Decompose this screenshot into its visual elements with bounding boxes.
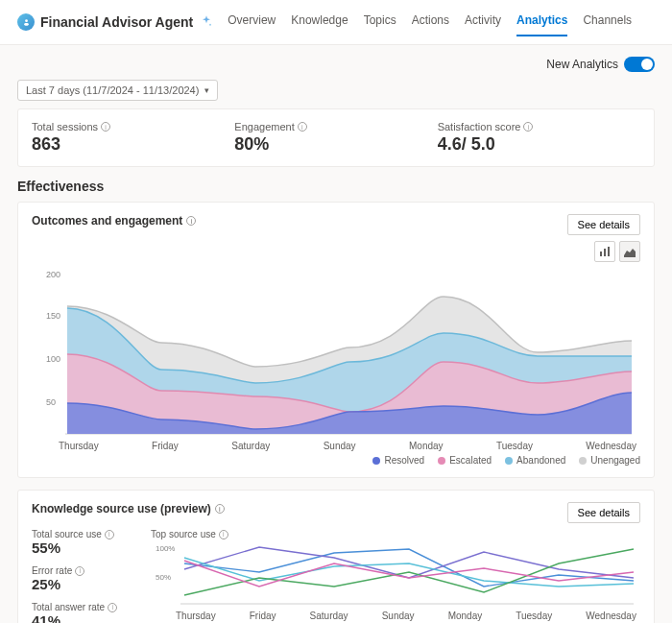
bot-avatar-icon [17,13,35,31]
tab-activity[interactable]: Activity [465,8,501,36]
info-icon[interactable]: i [108,603,117,612]
page-body: New Analytics Last 7 days (11/7/2024 - 1… [0,45,672,623]
kpi-satisfaction: Satisfaction scorei 4.6/ 5.0 [438,121,640,155]
outcomes-legend: Resolved Escalated Abandoned Unengaged [32,455,640,466]
ks-stats: Total source usei 55% Error ratei 25% To… [32,529,137,623]
tab-overview[interactable]: Overview [228,8,276,36]
toggle-label: New Analytics [546,58,618,71]
svg-point-2 [209,24,211,26]
tab-channels[interactable]: Channels [583,8,632,36]
svg-text:150: 150 [46,311,60,321]
svg-text:100: 100 [46,354,60,364]
kpi-engagement: Engagementi 80% [234,121,437,155]
knowledge-source-card: Knowledge source use (preview)i See deta… [17,490,655,623]
info-icon[interactable]: i [219,530,228,539]
tab-topics[interactable]: Topics [364,8,396,36]
svg-text:50: 50 [46,397,56,407]
tab-analytics[interactable]: Analytics [516,8,567,36]
effectiveness-heading: Effectiveness [17,179,655,194]
agent-title: Financial Advisor Agent [40,14,193,30]
date-range-text: Last 7 days (11/7/2024 - 11/13/2024) [26,84,199,96]
info-icon[interactable]: i [105,530,114,539]
new-analytics-toggle-row: New Analytics [17,57,655,72]
info-icon[interactable]: i [101,122,110,132]
svg-text:200: 200 [46,270,60,279]
chevron-down-icon: ▾ [204,85,209,95]
bar-view-button[interactable] [594,241,615,262]
kpi-sessions: Total sessionsi 863 [32,121,234,155]
app-header: Financial Advisor Agent Overview Knowled… [0,0,672,45]
outcomes-card: Outcomes and engagementi See details 200… [17,202,655,478]
info-icon[interactable]: i [75,566,84,576]
ks-chart: Top source usei 100% 50% ThursdayFridayS… [151,529,640,623]
info-icon[interactable]: i [186,216,196,226]
svg-rect-3 [600,252,602,256]
svg-rect-5 [608,247,610,256]
svg-text:50%: 50% [156,573,171,582]
new-analytics-toggle[interactable] [624,57,655,72]
date-range-picker[interactable]: Last 7 days (11/7/2024 - 11/13/2024) ▾ [17,80,218,101]
area-view-button[interactable] [619,241,640,262]
svg-text:100%: 100% [156,544,175,553]
svg-rect-4 [604,249,606,256]
see-details-button[interactable]: See details [567,214,640,235]
info-icon[interactable]: i [215,504,225,514]
tab-actions[interactable]: Actions [412,8,449,36]
nav-tabs: Overview Knowledge Topics Actions Activi… [228,8,632,36]
see-details-button[interactable]: See details [567,502,640,523]
info-icon[interactable]: i [298,122,307,132]
outcomes-chart: 200 150 100 50 Thur [32,266,640,466]
info-icon[interactable]: i [523,122,533,132]
kpi-card: Total sessionsi 863 Engagementi 80% Sati… [17,108,655,167]
tab-knowledge[interactable]: Knowledge [291,8,348,36]
svg-point-0 [25,19,28,22]
sparkle-icon [199,14,214,30]
svg-rect-1 [24,22,29,25]
